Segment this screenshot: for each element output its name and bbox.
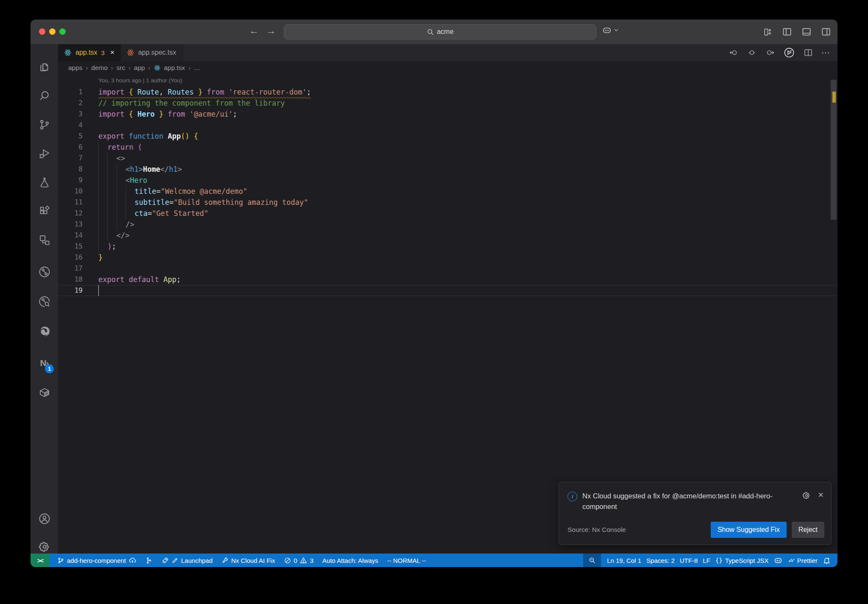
vscode-window: ← → acme xyxy=(31,20,837,567)
cloud-upload-icon xyxy=(128,556,136,565)
react-icon xyxy=(154,64,161,71)
auto-attach-status-item[interactable]: Auto Attach: Always xyxy=(320,554,381,567)
search-sidebar-icon[interactable] xyxy=(31,85,58,107)
bell-icon xyxy=(823,556,831,565)
copilot-menu[interactable] xyxy=(602,25,619,35)
chevron-down-icon xyxy=(614,28,619,33)
indentation-status-item[interactable]: Spaces: 2 xyxy=(644,554,677,567)
problems-status-item[interactable]: 0 3 xyxy=(281,554,316,567)
tab-label: app.tsx xyxy=(75,49,97,56)
minimize-window-button[interactable] xyxy=(49,28,56,35)
code-line-15[interactable]: 15); xyxy=(58,241,837,252)
code-line-18[interactable]: 18export default App; xyxy=(58,274,837,285)
tab-label: app.spec.tsx xyxy=(138,49,176,56)
remote-explorer-icon[interactable] xyxy=(31,229,58,251)
braces-icon: {} xyxy=(715,557,723,564)
code-line-8[interactable]: 8<h1>Home</h1> xyxy=(58,164,837,175)
code-line-10[interactable]: 10title="Welcmoe @acme/demo" xyxy=(58,186,837,197)
tab-app-tsx[interactable]: app.tsx 3 × xyxy=(58,44,121,61)
show-suggested-fix-button[interactable]: Show Suggested Fix xyxy=(711,522,787,538)
git-blame-annotation: You, 3 hours ago | 1 author (You) xyxy=(58,75,837,87)
current-position-icon[interactable] xyxy=(747,48,757,58)
tab-app-spec-tsx[interactable]: app.spec.tsx xyxy=(121,44,183,61)
toggle-primary-sidebar-icon[interactable] xyxy=(782,26,793,37)
tab-close-icon[interactable]: × xyxy=(110,48,114,57)
branch-status-item[interactable]: add-hero-component xyxy=(55,554,139,567)
breadcrumb-item[interactable]: demo xyxy=(91,64,108,72)
wrench-icon xyxy=(222,557,229,564)
react-icon xyxy=(64,49,72,56)
nx-console-icon[interactable]: N› 1 xyxy=(31,352,58,374)
toggle-secondary-sidebar-icon[interactable] xyxy=(821,26,832,37)
code-line-19[interactable]: 19 xyxy=(58,285,837,296)
encoding-status-item[interactable]: UTF-8 xyxy=(677,554,701,567)
breadcrumb-item[interactable]: app xyxy=(134,64,145,72)
code-line-9[interactable]: 9<Hero xyxy=(58,175,837,186)
code-line-4[interactable]: 4 xyxy=(58,120,837,131)
vim-mode-status-item[interactable]: -- NORMAL -- xyxy=(384,554,428,567)
eol-status-item[interactable]: LF xyxy=(700,554,713,567)
breadcrumb-item[interactable]: … xyxy=(194,64,200,72)
testing-icon[interactable] xyxy=(31,171,58,193)
breadcrumb-item[interactable]: src xyxy=(117,64,125,72)
run-or-debug-icon[interactable] xyxy=(783,47,795,59)
reject-button[interactable]: Reject xyxy=(792,522,824,538)
extensions-icon[interactable] xyxy=(31,200,58,222)
cursor-position-status-item[interactable]: Ln 19, Col 1 xyxy=(604,554,644,567)
pencil-icon xyxy=(172,557,178,564)
code-line-17[interactable]: 17 xyxy=(58,263,837,274)
command-center-search[interactable]: acme xyxy=(284,24,596,39)
explorer-icon[interactable] xyxy=(31,56,58,78)
react-icon xyxy=(127,49,134,56)
split-editor-icon[interactable] xyxy=(803,48,813,58)
code-line-6[interactable]: 6return ( xyxy=(58,142,837,153)
gitlens-inspect-icon[interactable] xyxy=(31,291,58,313)
notifications-bell-item[interactable] xyxy=(820,554,833,567)
git-graph-status-item[interactable] xyxy=(143,554,155,567)
code-line-13[interactable]: 13/> xyxy=(58,219,837,230)
toggle-panel-icon[interactable] xyxy=(801,26,812,37)
breadcrumb-item[interactable]: apps xyxy=(68,64,83,72)
nav-back-button[interactable]: ← xyxy=(248,25,260,36)
code-line-2[interactable]: 2// importing the component from the lib… xyxy=(58,98,837,109)
command-center-text: acme xyxy=(437,28,453,36)
accounts-icon[interactable] xyxy=(31,508,58,530)
go-back-icon[interactable] xyxy=(729,48,739,58)
tab-problem-badge: 3 xyxy=(101,49,105,56)
zoom-window-button[interactable] xyxy=(59,28,66,35)
code-line-12[interactable]: 12cta="Get Started" xyxy=(58,208,837,219)
nx-cloud-ai-fix-status-item[interactable]: Nx Cloud AI Fix xyxy=(219,554,278,567)
notification-settings-gear-icon[interactable] xyxy=(802,491,811,500)
edge-devtools-icon[interactable] xyxy=(31,320,58,342)
copilot-status-item[interactable] xyxy=(771,554,785,567)
source-control-icon[interactable] xyxy=(31,114,58,136)
code-line-5[interactable]: 5export function App() { xyxy=(58,131,837,142)
title-bar: ← → acme xyxy=(31,20,837,44)
code-line-1[interactable]: 1import { Route, Routes } from 'react-ro… xyxy=(58,87,837,98)
nav-forward-button[interactable]: → xyxy=(264,25,277,36)
code-line-11[interactable]: 11subtitle="Build something amazing toda… xyxy=(58,197,837,208)
code-line-14[interactable]: 14</> xyxy=(58,230,837,241)
remote-indicator[interactable]: >< xyxy=(31,554,50,567)
notification-source: Source: Nx Console xyxy=(568,526,626,534)
breadcrumb-item[interactable]: app.tsx xyxy=(164,64,185,72)
status-bar: >< add-hero-component xyxy=(31,554,837,567)
code-line-3[interactable]: 3import { Hero } from '@acme/ui'; xyxy=(58,109,837,120)
close-window-button[interactable] xyxy=(39,28,45,35)
launchpad-status-item[interactable]: Launchpad xyxy=(159,554,215,567)
formatter-status-item[interactable]: ✓✓ Prettier xyxy=(785,554,820,567)
code-line-16[interactable]: 16} xyxy=(58,252,837,263)
notification-close-icon[interactable]: × xyxy=(818,491,823,500)
more-actions-icon[interactable]: ⋯ xyxy=(821,48,831,58)
language-mode-status-item[interactable]: {} TypeScript JSX xyxy=(713,554,771,567)
double-check-icon: ✓✓ xyxy=(788,557,793,564)
tab-bar: app.tsx 3 × app.spec.tsx xyxy=(58,44,837,61)
zoom-status-item[interactable] xyxy=(583,554,601,567)
gitlens-icon[interactable] xyxy=(31,261,58,283)
container-tools-icon[interactable] xyxy=(31,381,58,403)
customize-layout-icon[interactable] xyxy=(762,27,773,37)
go-forward-icon[interactable] xyxy=(765,48,775,58)
code-line-7[interactable]: 7<> xyxy=(58,153,837,164)
git-graph-icon xyxy=(145,557,153,564)
run-debug-icon[interactable] xyxy=(31,143,58,165)
